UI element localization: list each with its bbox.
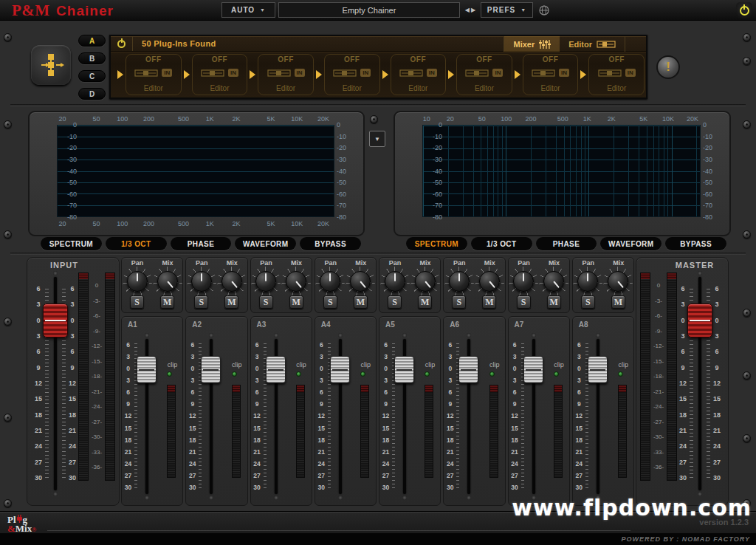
analyzer-tab[interactable]: PHASE bbox=[536, 237, 597, 250]
slot-state-label[interactable]: OFF bbox=[126, 55, 181, 64]
solo-button[interactable]: S bbox=[452, 295, 466, 309]
channel-fader-knob[interactable] bbox=[137, 356, 157, 383]
prev-preset-icon[interactable]: ◀ bbox=[465, 7, 470, 13]
mix-knob[interactable] bbox=[157, 271, 178, 292]
plugin-slot-box[interactable]: OFF IN Editor bbox=[258, 54, 314, 95]
channel-fader-knob[interactable] bbox=[458, 356, 478, 383]
chain-flow-button[interactable] bbox=[31, 45, 71, 85]
mix-knob[interactable] bbox=[221, 271, 242, 292]
mute-button[interactable]: M bbox=[547, 295, 561, 309]
mute-button[interactable]: M bbox=[289, 295, 303, 309]
preset-name-field[interactable]: Empty Chainer bbox=[278, 2, 460, 18]
chain-select-button[interactable]: C bbox=[78, 70, 106, 82]
analyzer-tab[interactable]: PHASE bbox=[171, 237, 232, 250]
collapse-displays-button[interactable]: ▼ bbox=[369, 131, 385, 147]
channel-fader-knob[interactable] bbox=[330, 356, 350, 383]
slot-in-button[interactable]: IN bbox=[162, 69, 172, 77]
plugin-slot-box[interactable]: OFF IN Editor bbox=[456, 54, 512, 95]
solo-button[interactable]: S bbox=[259, 295, 273, 309]
solo-button[interactable]: S bbox=[581, 295, 595, 309]
mute-button[interactable]: M bbox=[224, 295, 238, 309]
analyzer-tab[interactable]: SPECTRUM bbox=[406, 237, 467, 250]
chain-select-button[interactable]: B bbox=[78, 52, 106, 64]
plugin-slot-box[interactable]: OFF IN Editor bbox=[391, 54, 447, 95]
slot-in-button[interactable]: IN bbox=[625, 69, 636, 77]
plugin-slot[interactable]: OFF IN Editor bbox=[578, 54, 645, 95]
next-preset-icon[interactable]: ▶ bbox=[471, 7, 475, 13]
pan-knob[interactable] bbox=[127, 271, 148, 292]
channel-fader-knob[interactable] bbox=[266, 356, 286, 383]
slot-state-label[interactable]: OFF bbox=[193, 55, 247, 64]
power-button[interactable] bbox=[736, 2, 752, 18]
slot-in-button[interactable]: IN bbox=[228, 69, 238, 77]
plugin-slot-box[interactable]: OFF IN Editor bbox=[126, 54, 182, 95]
mute-button[interactable]: M bbox=[418, 295, 432, 309]
slot-editor-button[interactable]: Editor bbox=[258, 84, 313, 92]
analyzer-tab[interactable]: 1/3 OCT bbox=[471, 237, 532, 250]
slot-editor-button[interactable]: Editor bbox=[457, 84, 512, 92]
channel-fader-knob[interactable] bbox=[201, 356, 221, 383]
analyzer-tab[interactable]: WAVEFORM bbox=[600, 237, 662, 250]
chain-select-button[interactable]: D bbox=[78, 88, 106, 100]
solo-button[interactable]: S bbox=[130, 295, 144, 309]
chain-select-button[interactable]: A bbox=[78, 35, 106, 47]
preset-nav[interactable]: ◀ ▶ bbox=[461, 2, 479, 18]
plugin-slot-box[interactable]: OFF IN Editor bbox=[192, 54, 248, 95]
plugin-slot-box[interactable]: OFF IN Editor bbox=[324, 54, 380, 95]
channel-fader-knob[interactable] bbox=[394, 356, 414, 383]
mix-knob[interactable] bbox=[350, 271, 371, 292]
pan-knob[interactable] bbox=[577, 271, 598, 292]
pan-knob[interactable] bbox=[320, 271, 340, 292]
solo-button[interactable]: S bbox=[517, 295, 531, 309]
editor-view-tab[interactable]: Editor bbox=[560, 36, 625, 52]
slot-in-button[interactable]: IN bbox=[492, 69, 503, 77]
plugin-slot-box[interactable]: OFF IN Editor bbox=[588, 54, 645, 95]
slot-editor-button[interactable]: Editor bbox=[589, 84, 644, 92]
slot-state-label[interactable]: OFF bbox=[325, 55, 379, 64]
pan-knob[interactable] bbox=[191, 271, 212, 292]
analyzer-tab[interactable]: WAVEFORM bbox=[235, 237, 296, 250]
mute-button[interactable]: M bbox=[160, 295, 174, 309]
solo-button[interactable]: S bbox=[194, 295, 208, 309]
pan-knob[interactable] bbox=[513, 271, 534, 292]
slot-editor-button[interactable]: Editor bbox=[325, 84, 379, 92]
slot-in-button[interactable]: IN bbox=[295, 69, 305, 77]
warning-button[interactable]: ! bbox=[656, 55, 680, 79]
slot-editor-button[interactable]: Editor bbox=[193, 84, 247, 92]
slot-state-label[interactable]: OFF bbox=[523, 55, 578, 64]
master-fader-knob[interactable] bbox=[687, 304, 712, 337]
mix-knob[interactable] bbox=[479, 271, 500, 292]
slot-state-label[interactable]: OFF bbox=[457, 55, 512, 64]
auto-dropdown[interactable]: AUTO ▼ bbox=[221, 2, 275, 18]
slot-in-button[interactable]: IN bbox=[559, 69, 569, 77]
analyzer-tab[interactable]: BYPASS bbox=[665, 237, 726, 250]
mix-knob[interactable] bbox=[286, 271, 306, 292]
analyzer-tab[interactable]: SPECTRUM bbox=[41, 237, 102, 250]
solo-button[interactable]: S bbox=[388, 295, 402, 309]
slot-editor-button[interactable]: Editor bbox=[523, 84, 578, 92]
channel-fader-knob[interactable] bbox=[588, 356, 608, 383]
plugin-slot-box[interactable]: OFF IN Editor bbox=[523, 54, 579, 95]
analyzer-tab[interactable]: 1/3 OCT bbox=[106, 237, 167, 250]
mute-button[interactable]: M bbox=[611, 295, 625, 309]
analyzer-tab[interactable]: BYPASS bbox=[300, 237, 361, 250]
solo-button[interactable]: S bbox=[323, 295, 337, 309]
plugin-slot[interactable]: OFF IN Editor bbox=[380, 54, 447, 95]
channel-fader-knob[interactable] bbox=[523, 356, 543, 383]
slot-state-label[interactable]: OFF bbox=[391, 55, 446, 64]
slot-editor-button[interactable]: Editor bbox=[391, 84, 446, 92]
mixer-view-tab[interactable]: Mixer bbox=[504, 36, 560, 52]
mix-knob[interactable] bbox=[415, 271, 436, 292]
slot-state-label[interactable]: OFF bbox=[589, 55, 644, 64]
slot-in-button[interactable]: IN bbox=[427, 69, 437, 77]
slot-editor-button[interactable]: Editor bbox=[126, 84, 181, 92]
mix-knob[interactable] bbox=[608, 271, 628, 292]
pan-knob[interactable] bbox=[385, 271, 405, 292]
pan-knob[interactable] bbox=[255, 271, 276, 292]
input-fader-knob[interactable] bbox=[43, 304, 68, 337]
prefs-dropdown[interactable]: PREFS ▼ bbox=[481, 2, 533, 18]
globe-icon[interactable] bbox=[539, 5, 549, 16]
slot-in-button[interactable]: IN bbox=[360, 69, 371, 77]
plugin-slot[interactable]: OFF IN Editor bbox=[115, 54, 182, 95]
plugin-slot[interactable]: OFF IN Editor bbox=[182, 54, 248, 95]
